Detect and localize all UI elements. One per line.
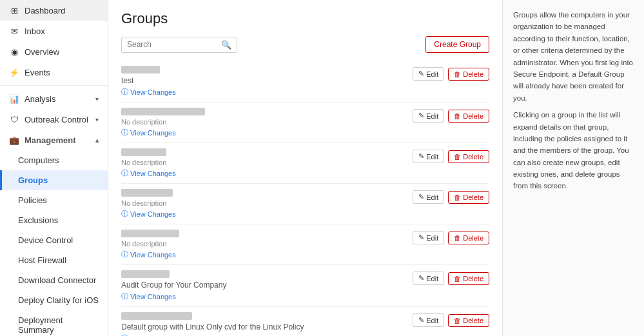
group-row-inner: Default group with Linux Only cvd for th… [121,312,489,336]
grid-icon: ⊞ [9,5,19,15]
group-row-inner: No description ⓘ View Changes ✎ Edit 🗑 D… [121,148,489,178]
view-changes-link[interactable]: ⓘ View Changes [121,292,413,301]
group-info: test ⓘ View Changes [121,66,413,97]
briefcase-icon: 💼 [9,135,19,145]
group-row: No description ⓘ View Changes ✎ Edit 🗑 D… [121,224,489,265]
edit-icon: ✎ [418,233,424,242]
delete-button[interactable]: 🗑 Delete [448,68,489,81]
trash-icon: 🗑 [454,70,461,78]
sidebar-item-computers[interactable]: Computers [0,150,108,170]
info-circle-icon: ⓘ [121,333,128,336]
sidebar-item-events[interactable]: ⚡ Events [0,62,108,83]
group-description: No description [121,118,413,126]
sidebar-item-deploy-clarity[interactable]: Deploy Clarity for iOS [0,290,108,310]
divider [0,85,108,86]
sidebar-item-download-connector[interactable]: Download Connector [0,270,108,290]
group-description: No description [121,199,413,207]
group-description: Default group with Linux Only cvd for th… [121,322,413,331]
edit-icon: ✎ [418,70,424,78]
inbox-icon: ✉ [9,26,19,36]
edit-icon: ✎ [418,112,424,120]
group-name-bar [121,148,166,156]
view-changes-link[interactable]: ⓘ View Changes [121,168,413,178]
group-info: No description ⓘ View Changes [121,230,413,259]
group-row: Audit Group for Your Company ⓘ View Chan… [121,265,489,307]
trash-icon: 🗑 [454,317,461,324]
edit-button[interactable]: ✎ Edit [413,109,444,123]
sidebar-item-deployment-summary[interactable]: Deployment Summary [0,310,108,336]
sidebar-item-policies[interactable]: Policies [0,190,108,210]
group-row: test ⓘ View Changes ✎ Edit 🗑 Delete [121,61,489,103]
edit-button[interactable]: ✎ Edit [413,272,444,285]
group-actions: ✎ Edit 🗑 Delete [413,150,489,163]
group-info: No description ⓘ View Changes [121,108,413,137]
info-panel: Groups allow the computers in your organ… [502,0,644,336]
edit-button[interactable]: ✎ Edit [413,231,444,244]
group-row-inner: Audit Group for Your Company ⓘ View Chan… [121,270,489,301]
eye-icon: ◉ [9,46,19,57]
edit-button[interactable]: ✎ Edit [413,67,444,81]
shield-icon: 🛡 [9,114,19,124]
edit-button[interactable]: ✎ Edit [413,190,444,204]
edit-button[interactable]: ✎ Edit [413,150,444,163]
create-group-button[interactable]: Create Group [425,36,489,53]
group-row-inner: No description ⓘ View Changes ✎ Edit 🗑 D… [121,230,489,259]
page-title: Groups [121,10,489,27]
delete-button[interactable]: 🗑 Delete [448,150,489,163]
delete-button[interactable]: 🗑 Delete [448,191,489,204]
sidebar: ⊞ Dashboard ✉ Inbox ◉ Overview ⚡ Events … [0,0,108,336]
edit-icon: ✎ [418,193,424,201]
chart-icon: 📊 [9,94,19,104]
sidebar-item-host-firewall[interactable]: Host Firewall [0,250,108,270]
view-changes-link[interactable]: ⓘ View Changes [121,250,413,259]
view-changes-link[interactable]: ⓘ View Changes [121,333,413,336]
delete-button[interactable]: 🗑 Delete [448,272,489,285]
trash-icon: 🗑 [454,193,461,201]
info-circle-icon: ⓘ [121,209,128,219]
group-row: No description ⓘ View Changes ✎ Edit 🗑 D… [121,184,489,224]
group-row: No description ⓘ View Changes ✎ Edit 🗑 D… [121,143,489,184]
group-name-bar [121,108,205,115]
group-description: test [121,76,413,85]
group-actions: ✎ Edit 🗑 Delete [413,272,489,285]
content-area: Groups 🔍 Create Group test ⓘ View Change… [108,0,644,336]
info-circle-icon: ⓘ [121,292,128,301]
trash-icon: 🗑 [454,275,461,282]
group-description: No description [121,159,413,166]
edit-button[interactable]: ✎ Edit [413,313,444,327]
sidebar-item-groups[interactable]: Groups [0,170,108,190]
group-info: Default group with Linux Only cvd for th… [121,312,413,336]
sidebar-item-dashboard[interactable]: ⊞ Dashboard [0,0,108,21]
sidebar-item-analysis[interactable]: 📊 Analysis ▾ [0,88,108,109]
delete-button[interactable]: 🗑 Delete [448,232,489,244]
sidebar-item-exclusions[interactable]: Exclusions [0,210,108,230]
main-content: Groups 🔍 Create Group test ⓘ View Change… [108,0,644,336]
view-changes-link[interactable]: ⓘ View Changes [121,128,413,137]
sidebar-item-inbox[interactable]: ✉ Inbox [0,21,108,41]
view-changes-link[interactable]: ⓘ View Changes [121,209,413,219]
group-name-bar [121,312,192,320]
groups-list: test ⓘ View Changes ✎ Edit 🗑 Delete [121,61,489,336]
sidebar-item-overview[interactable]: ◉ Overview [0,41,108,62]
delete-button[interactable]: 🗑 Delete [448,314,489,327]
group-name-bar [121,66,160,74]
group-row: Default group with Linux Only cvd for th… [121,307,489,336]
sidebar-item-device-control[interactable]: Device Control [0,230,108,250]
info-circle-icon: ⓘ [121,168,128,178]
edit-icon: ✎ [418,152,424,161]
group-info: No description ⓘ View Changes [121,189,413,219]
search-input[interactable] [127,40,221,49]
sidebar-item-outbreak-control[interactable]: 🛡 Outbreak Control ▾ [0,109,108,130]
group-description: Audit Group for Your Company [121,281,413,290]
delete-button[interactable]: 🗑 Delete [448,110,489,123]
info-text-2: Clicking on a group in the list will exp… [513,109,634,192]
group-actions: ✎ Edit 🗑 Delete [413,231,489,244]
chevron-up-icon: ▴ [95,137,99,144]
info-circle-icon: ⓘ [121,128,128,137]
search-icon[interactable]: 🔍 [221,40,231,50]
view-changes-link[interactable]: ⓘ View Changes [121,87,413,97]
trash-icon: 🗑 [454,112,461,120]
group-actions: ✎ Edit 🗑 Delete [413,190,489,204]
groups-panel: Groups 🔍 Create Group test ⓘ View Change… [108,0,502,336]
sidebar-item-management[interactable]: 💼 Management ▴ [0,130,108,150]
